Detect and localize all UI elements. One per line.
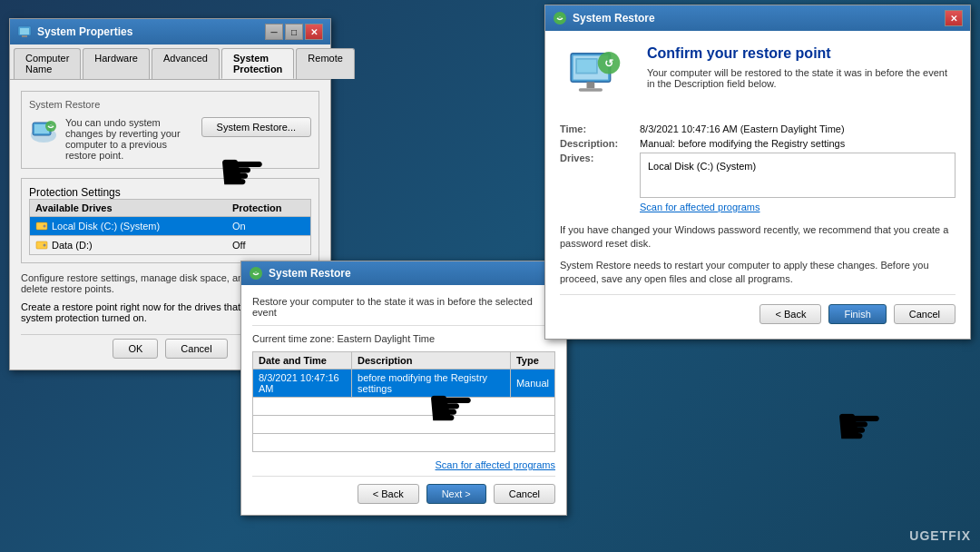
confirm-header-row: ↺ Confirm your restore point Your comput… (560, 45, 956, 109)
drive-icon-c (35, 220, 48, 232)
watermark: UGETFIX (909, 528, 971, 543)
time-value: 8/3/2021 10:47:16 AM (Eastern Daylight T… (640, 123, 956, 134)
tab-computer-name[interactable]: Computer Name (14, 48, 81, 79)
scan-affected-link[interactable]: Scan for affected programs (640, 202, 760, 212)
table-row (253, 416, 555, 434)
cancel-button-confirm[interactable]: Cancel (894, 304, 956, 324)
system-restore-small-icon (249, 266, 263, 281)
system-properties-title-text: System Properties (37, 25, 132, 38)
maximize-button[interactable]: □ (285, 24, 303, 40)
back-button-small[interactable]: < Back (358, 484, 419, 504)
system-restore-button[interactable]: System Restore... (201, 117, 311, 137)
system-restore-icon (29, 117, 58, 146)
cancel-button-small[interactable]: Cancel (494, 484, 555, 504)
svg-rect-16 (577, 60, 596, 73)
tab-hardware[interactable]: Hardware (83, 48, 150, 79)
description-value: Manual: before modifying the Registry se… (640, 138, 956, 149)
protection-settings-label: Protection Settings (29, 186, 311, 199)
drive-d-protection: Off (232, 240, 305, 251)
table-row (253, 398, 555, 416)
drive-d-label: Data (D:) (52, 240, 93, 251)
system-properties-title-bar: System Properties ─ □ ✕ (10, 19, 330, 44)
finish-button[interactable]: Finish (828, 304, 886, 324)
close-button[interactable]: ✕ (305, 24, 323, 40)
col-datetime-header: Date and Time (253, 352, 352, 370)
confirm-description: Your computer will be restored to the st… (647, 67, 956, 89)
next-button-small[interactable]: Next > (426, 484, 486, 504)
system-restore-small-title-bar: System Restore (241, 261, 566, 285)
drives-label: Drives: (560, 153, 632, 212)
svg-point-10 (44, 244, 46, 247)
svg-point-8 (44, 225, 46, 228)
configure-text: Configure restore settings, manage disk … (21, 272, 260, 294)
protection-table-header: Available Drives Protection (29, 199, 311, 217)
restore-datetime: 8/3/2021 10:47:16 AM (253, 370, 352, 398)
tab-remote[interactable]: Remote (296, 48, 355, 79)
tab-system-protection[interactable]: System Protection (221, 48, 294, 79)
svg-text:↺: ↺ (604, 57, 613, 70)
confirm-restore-body: ↺ Confirm your restore point Your comput… (545, 31, 970, 339)
drives-box: Local Disk (C:) (System) (640, 153, 956, 198)
tab-bar: Computer Name Hardware Advanced System P… (10, 44, 330, 80)
tab-advanced[interactable]: Advanced (152, 48, 220, 79)
confirm-restore-title-text: System Restore (573, 12, 655, 25)
system-properties-title-icon (17, 25, 32, 39)
cancel-button[interactable]: Cancel (165, 339, 227, 359)
confirm-bottom-buttons: < Back Finish Cancel (560, 294, 956, 324)
col-prot-header: Protection (232, 202, 305, 213)
restore-type: Manual (510, 370, 554, 398)
svg-rect-19 (587, 82, 595, 88)
svg-point-6 (45, 121, 56, 132)
back-button-confirm[interactable]: < Back (760, 304, 821, 324)
svg-point-11 (250, 267, 262, 280)
protection-settings-section: Protection Settings Available Drives Pro… (21, 178, 319, 263)
drive-c-protection: On (232, 221, 305, 232)
system-restore-small-subtitle: Restore your computer to the state it wa… (252, 296, 555, 326)
table-row (253, 434, 555, 452)
system-restore-small-title: System Restore (269, 267, 351, 280)
restore-small-bottom-buttons: < Back Next > Cancel (252, 476, 555, 504)
svg-rect-20 (579, 88, 603, 92)
confirm-restore-window: System Restore ✕ ↺ (544, 5, 971, 340)
confirm-close-button[interactable]: ✕ (945, 10, 963, 26)
confirm-restore-title-icon (553, 11, 567, 25)
system-restore-section: System Restore You can undo system chang… (21, 91, 319, 169)
col-description-header: Description (352, 352, 511, 370)
create-text: Create a restore point right now for the… (21, 301, 265, 323)
warning-text-1: If you have changed your Windows passwor… (560, 223, 956, 251)
svg-rect-2 (22, 35, 27, 37)
table-row[interactable]: Data (D:) Off (29, 236, 311, 255)
col-drive-header: Available Drives (35, 202, 232, 213)
time-label: Time: (560, 123, 632, 134)
restore-table: Date and Time Description Type 8/3/2021 … (252, 351, 555, 452)
timezone-text: Current time zone: Eastern Daylight Time (252, 333, 555, 344)
system-restore-label: System Restore (29, 99, 311, 110)
cursor-hand-3: ☛ (835, 399, 884, 454)
system-restore-small-window: System Restore Restore your computer to … (240, 261, 567, 516)
monitor-restore-icon: ↺ (564, 45, 628, 109)
system-restore-small-body: Restore your computer to the state it wa… (241, 285, 566, 515)
drive-icon-d (35, 239, 48, 251)
confirm-restore-title-bar: System Restore ✕ (545, 5, 970, 31)
ok-button[interactable]: OK (113, 339, 158, 359)
col-type-header: Type (510, 352, 554, 370)
minimize-button[interactable]: ─ (265, 24, 283, 40)
svg-point-12 (554, 12, 566, 25)
scan-affected-link-small[interactable]: Scan for affected programs (252, 459, 555, 470)
table-row[interactable]: 8/3/2021 10:47:16 AM before modifying th… (253, 370, 555, 398)
svg-rect-1 (20, 28, 29, 34)
table-row[interactable]: Local Disk (C:) (System) On (29, 217, 311, 236)
confirm-info-grid: Time: 8/3/2021 10:47:16 AM (Eastern Dayl… (560, 123, 956, 212)
system-restore-description: You can undo system changes by reverting… (65, 117, 194, 161)
drive-c-label: Local Disk (C:) (System) (52, 221, 160, 232)
description-label: Description: (560, 138, 632, 149)
warning-text-2: System Restore needs to restart your com… (560, 259, 956, 287)
confirm-heading: Confirm your restore point (647, 45, 956, 62)
restore-description: before modifying the Registry settings (352, 370, 511, 398)
